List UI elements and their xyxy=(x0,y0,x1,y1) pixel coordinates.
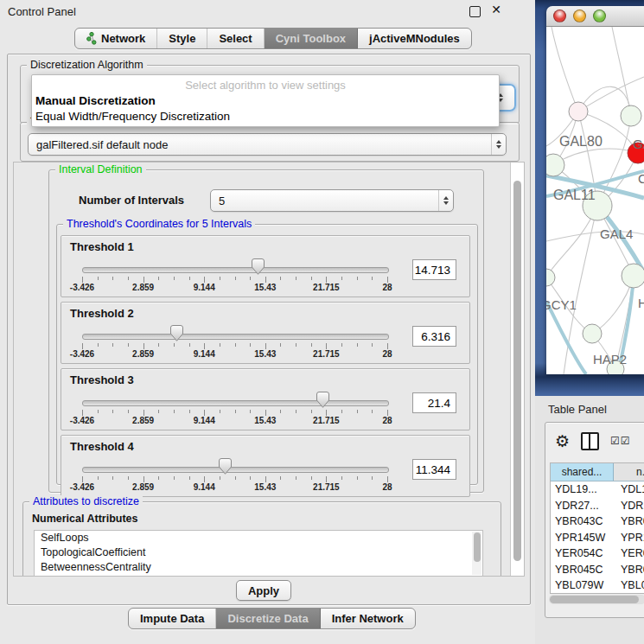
minimize-traffic-light-icon[interactable] xyxy=(573,10,586,22)
network-canvas[interactable]: GAL80GACGAL11GAL4GCY1HHAP2 xyxy=(546,27,644,374)
table-row[interactable]: YER054CYER054C xyxy=(551,545,644,562)
tick-label: 15.43 xyxy=(254,349,276,359)
attribute-list-item[interactable]: BetweennessCentrality xyxy=(35,560,482,575)
tick-label: 2.859 xyxy=(132,416,154,425)
tick-mark xyxy=(158,476,159,480)
table-row[interactable]: YBL079WYBL079W xyxy=(551,577,644,594)
attributes-group: Attributes to discretize Numerical Attri… xyxy=(22,501,501,577)
table-cell: YPR145W xyxy=(551,532,614,544)
table-row[interactable]: YBR045CYBR045C xyxy=(551,562,644,578)
tick-mark xyxy=(250,343,251,347)
numerical-attributes-list[interactable]: SelfLoopsTopologicalCoefficientBetweenne… xyxy=(34,530,483,577)
cyni-toolbox-panel: Discretization Algorithm Table Data galF… xyxy=(7,54,531,605)
close-traffic-light-icon[interactable] xyxy=(553,10,566,22)
tick-mark xyxy=(326,277,327,283)
attribute-list-item[interactable]: SelfLoops xyxy=(35,531,482,545)
tick-mark xyxy=(265,410,266,416)
slider-track[interactable] xyxy=(82,467,389,473)
tick-mark xyxy=(280,476,281,480)
threshold-value-field[interactable]: 14.713 xyxy=(412,259,456,280)
table-data-value: galFiltered.sif default node xyxy=(29,138,491,151)
tick-label: 15.43 xyxy=(254,283,276,292)
network-node[interactable] xyxy=(569,102,588,121)
network-node[interactable] xyxy=(583,324,602,343)
table-row[interactable]: YBR043CYBR043C xyxy=(551,513,644,530)
dropdown-placeholder[interactable]: Select algorithm to view settings xyxy=(32,75,499,93)
dropdown-option[interactable]: Equal Width/Frequency Discretization xyxy=(32,109,499,124)
table-row[interactable]: YDR27...YDR27... xyxy=(551,498,644,514)
tab-jactivemnodules[interactable]: jActiveMNodules xyxy=(358,29,471,48)
tick-label: 28 xyxy=(382,416,392,425)
slider-track[interactable] xyxy=(82,334,389,340)
spinner-arrows-icon xyxy=(491,134,506,155)
tab-style[interactable]: Style xyxy=(157,29,207,48)
network-edge xyxy=(553,149,638,165)
select-columns-icon[interactable]: ☑☑ xyxy=(610,435,631,447)
threshold-value-field[interactable]: 6.316 xyxy=(412,326,456,347)
threshold-value-field[interactable]: 11.344 xyxy=(412,459,456,480)
interval-definition-group: Interval Definition Number of Intervals … xyxy=(48,169,484,493)
float-window-icon[interactable] xyxy=(469,6,481,17)
tick-label: -3.426 xyxy=(70,416,94,425)
tab-label: Discretize Data xyxy=(227,612,308,625)
tick-label: 28 xyxy=(382,482,392,492)
zoom-traffic-light-icon[interactable] xyxy=(593,10,606,22)
table-cell: YER054C xyxy=(551,547,614,559)
horizontal-scrollbar[interactable] xyxy=(549,595,644,604)
slider-track[interactable] xyxy=(82,400,389,406)
slider-thumb[interactable] xyxy=(170,325,183,341)
table-row[interactable]: YDL19...YDL19... xyxy=(551,481,644,498)
scrollbar-thumb[interactable] xyxy=(550,596,639,603)
table-row[interactable]: YPR145WYPR145W xyxy=(551,530,644,546)
gear-icon[interactable]: ⚙ xyxy=(555,433,570,450)
network-node[interactable] xyxy=(621,105,641,126)
tick-mark xyxy=(128,476,129,480)
list-scrollbar[interactable] xyxy=(472,532,481,575)
number-of-intervals-combobox[interactable]: 5 xyxy=(210,189,454,212)
apply-button[interactable]: Apply xyxy=(236,580,291,601)
tick-mark xyxy=(235,476,236,480)
network-node[interactable] xyxy=(546,269,555,286)
tab-infer-network[interactable]: Infer Network xyxy=(321,609,415,628)
tick-mark xyxy=(387,410,388,416)
network-node[interactable] xyxy=(546,154,564,176)
attribute-list-item[interactable]: TopologicalCoefficient xyxy=(35,545,482,560)
table-row[interactable]: YLR345WYLR345W xyxy=(551,594,644,595)
vertical-scrollbar[interactable] xyxy=(510,163,524,576)
dropdown-option[interactable]: Manual Discretization xyxy=(32,93,499,109)
table-data-combobox[interactable]: galFiltered.sif default node xyxy=(28,133,507,156)
network-node[interactable] xyxy=(622,264,644,288)
tick-mark xyxy=(265,343,266,349)
slider-thumb[interactable] xyxy=(219,458,232,475)
tick-mark xyxy=(174,476,175,480)
close-icon[interactable]: ✕ xyxy=(491,3,501,16)
tick-mark xyxy=(189,277,190,280)
tab-network[interactable]: Network xyxy=(75,29,157,48)
table-panel-box: ⚙ ☑☑ shared...n... YDL19...YDL19...YDR27… xyxy=(545,422,644,618)
table-cell: YBL079W xyxy=(614,579,644,591)
tab-select[interactable]: Select xyxy=(207,29,264,48)
column-header[interactable]: n... xyxy=(614,463,644,481)
network-window-titlebar xyxy=(546,6,644,27)
threshold-value-field[interactable]: 21.4 xyxy=(412,392,456,413)
tab-impute-data[interactable]: Impute Data xyxy=(129,609,216,628)
tick-mark xyxy=(204,277,205,283)
slider-track[interactable] xyxy=(82,267,389,273)
network-edge xyxy=(546,302,586,374)
split-columns-icon[interactable] xyxy=(581,432,599,450)
tab-label: Select xyxy=(219,32,252,45)
tick-mark xyxy=(326,410,327,416)
slider-thumb[interactable] xyxy=(316,392,329,408)
table-cell: YBR045C xyxy=(551,564,614,576)
tick-label: 2.859 xyxy=(132,482,154,492)
tab-discretize-data[interactable]: Discretize Data xyxy=(216,609,320,628)
tick-mark xyxy=(265,277,266,283)
table-toolbar: ⚙ ☑☑ xyxy=(545,423,644,459)
settings-scroll-area: Interval Definition Number of Intervals … xyxy=(13,162,525,577)
scrollbar-thumb[interactable] xyxy=(513,181,521,561)
node-table[interactable]: shared...n... YDL19...YDL19...YDR27...YD… xyxy=(550,462,644,594)
tab-cyni-toolbox[interactable]: Cyni Toolbox xyxy=(265,29,358,48)
table-cell: YDL19... xyxy=(551,483,614,495)
slider-thumb[interactable] xyxy=(252,258,265,275)
column-header[interactable]: shared... xyxy=(551,463,614,481)
